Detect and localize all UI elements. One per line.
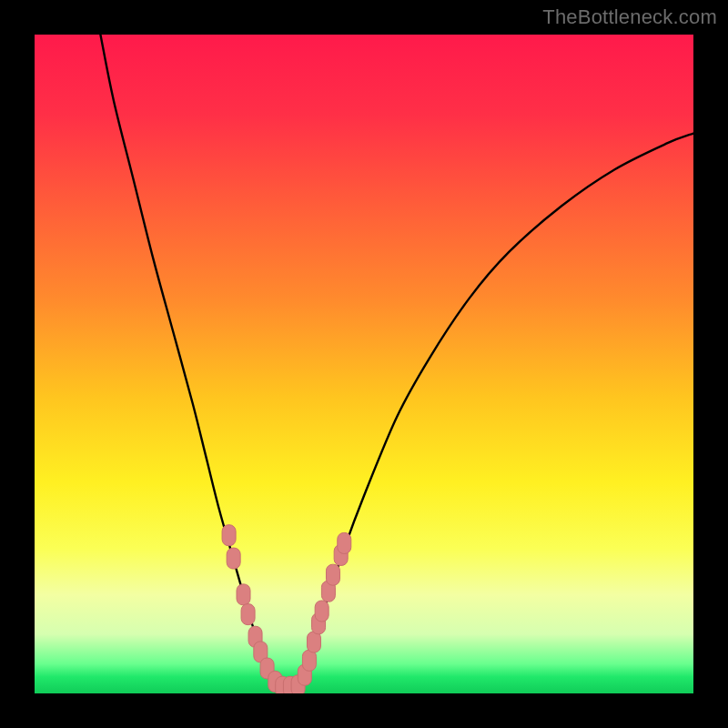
data-marker bbox=[241, 604, 255, 625]
data-marker bbox=[326, 564, 339, 585]
data-marker bbox=[222, 525, 236, 546]
data-marker bbox=[307, 632, 320, 652]
data-marker bbox=[338, 532, 351, 553]
marker-group bbox=[222, 525, 351, 693]
plot-area bbox=[35, 35, 693, 693]
data-marker bbox=[227, 548, 240, 569]
watermark-text: TheBottleneck.com bbox=[542, 5, 717, 29]
bottleneck-curve bbox=[35, 35, 693, 693]
data-marker bbox=[315, 601, 329, 622]
data-marker bbox=[302, 650, 316, 671]
chart-frame: TheBottleneck.com bbox=[0, 0, 728, 728]
data-marker bbox=[237, 584, 250, 605]
